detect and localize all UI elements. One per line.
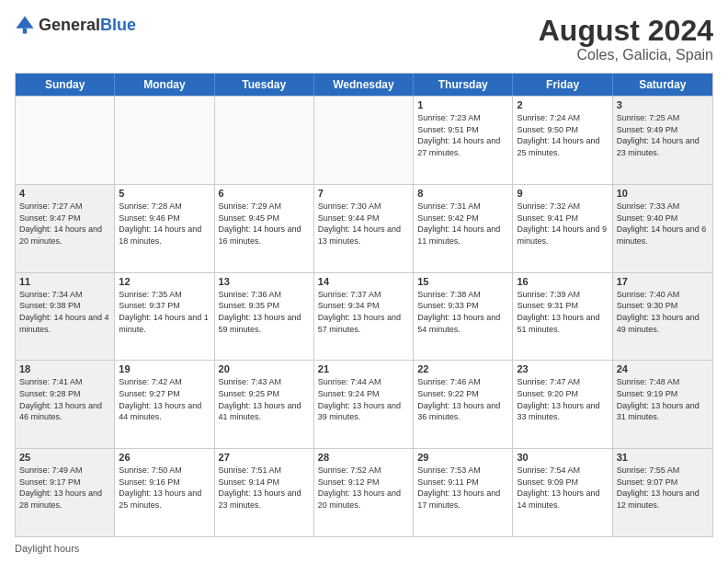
day-details: Sunrise: 7:25 AMSunset: 9:49 PMDaylight:… xyxy=(617,112,709,158)
calendar-cell: 22Sunrise: 7:46 AMSunset: 9:22 PMDayligh… xyxy=(414,361,513,448)
day-details: Sunrise: 7:41 AMSunset: 9:28 PMDaylight:… xyxy=(19,376,110,422)
day-number: 18 xyxy=(19,363,110,374)
day-details: Sunrise: 7:55 AMSunset: 9:07 PMDaylight:… xyxy=(617,465,709,511)
page: GeneralBlue August 2024 Coles, Galicia, … xyxy=(0,0,728,563)
day-number: 26 xyxy=(119,452,210,463)
day-number: 31 xyxy=(617,452,709,463)
calendar-week-4: 18Sunrise: 7:41 AMSunset: 9:28 PMDayligh… xyxy=(16,360,712,448)
calendar-week-5: 25Sunrise: 7:49 AMSunset: 9:17 PMDayligh… xyxy=(16,448,712,536)
day-number: 25 xyxy=(19,452,110,463)
day-details: Sunrise: 7:51 AMSunset: 9:14 PMDaylight:… xyxy=(219,465,310,511)
day-number: 6 xyxy=(219,188,310,199)
calendar-cell: 6Sunrise: 7:29 AMSunset: 9:45 PMDaylight… xyxy=(215,185,314,272)
calendar-cell: 11Sunrise: 7:34 AMSunset: 9:38 PMDayligh… xyxy=(16,273,115,361)
footer-text: Daylight hours xyxy=(15,543,79,554)
day-number: 13 xyxy=(219,276,310,287)
calendar-cell: 29Sunrise: 7:53 AMSunset: 9:11 PMDayligh… xyxy=(414,449,513,536)
day-number: 27 xyxy=(219,452,310,463)
day-header-thursday: Thursday xyxy=(414,74,513,96)
calendar-cell: 4Sunrise: 7:27 AMSunset: 9:47 PMDaylight… xyxy=(16,185,115,272)
calendar-cell: 2Sunrise: 7:24 AMSunset: 9:50 PMDaylight… xyxy=(513,97,612,184)
day-details: Sunrise: 7:46 AMSunset: 9:22 PMDaylight:… xyxy=(417,376,508,422)
day-number: 16 xyxy=(517,276,608,287)
main-title: August 2024 xyxy=(539,15,713,47)
day-details: Sunrise: 7:52 AMSunset: 9:12 PMDaylight:… xyxy=(318,465,409,511)
calendar-cell: 27Sunrise: 7:51 AMSunset: 9:14 PMDayligh… xyxy=(215,449,314,536)
calendar-cell: 10Sunrise: 7:33 AMSunset: 9:40 PMDayligh… xyxy=(613,185,712,272)
calendar-cell: 19Sunrise: 7:42 AMSunset: 9:27 PMDayligh… xyxy=(115,361,214,448)
day-details: Sunrise: 7:40 AMSunset: 9:30 PMDaylight:… xyxy=(617,289,709,335)
calendar-cell: 16Sunrise: 7:39 AMSunset: 9:31 PMDayligh… xyxy=(513,273,612,361)
calendar-cell: 12Sunrise: 7:35 AMSunset: 9:37 PMDayligh… xyxy=(115,273,214,361)
day-details: Sunrise: 7:54 AMSunset: 9:09 PMDaylight:… xyxy=(517,465,608,511)
day-number: 20 xyxy=(219,363,310,374)
calendar-cell: 26Sunrise: 7:50 AMSunset: 9:16 PMDayligh… xyxy=(115,449,214,536)
calendar-week-3: 11Sunrise: 7:34 AMSunset: 9:38 PMDayligh… xyxy=(16,272,712,361)
calendar-cell xyxy=(115,97,214,184)
day-details: Sunrise: 7:27 AMSunset: 9:47 PMDaylight:… xyxy=(19,201,110,247)
calendar-cell: 15Sunrise: 7:38 AMSunset: 9:33 PMDayligh… xyxy=(414,273,513,361)
calendar-cell: 3Sunrise: 7:25 AMSunset: 9:49 PMDaylight… xyxy=(613,97,712,184)
footer: Daylight hours xyxy=(15,543,713,554)
calendar-cell: 14Sunrise: 7:37 AMSunset: 9:34 PMDayligh… xyxy=(314,273,414,361)
day-number: 2 xyxy=(517,99,608,110)
day-details: Sunrise: 7:32 AMSunset: 9:41 PMDaylight:… xyxy=(517,201,608,247)
day-number: 21 xyxy=(318,363,409,374)
day-header-tuesday: Tuesday xyxy=(215,74,314,96)
day-details: Sunrise: 7:43 AMSunset: 9:25 PMDaylight:… xyxy=(219,376,310,422)
calendar-cell: 23Sunrise: 7:47 AMSunset: 9:20 PMDayligh… xyxy=(513,361,612,448)
day-number: 9 xyxy=(517,188,608,199)
calendar-cell: 5Sunrise: 7:28 AMSunset: 9:46 PMDaylight… xyxy=(115,185,214,272)
calendar-week-1: 1Sunrise: 7:23 AMSunset: 9:51 PMDaylight… xyxy=(16,96,712,184)
day-details: Sunrise: 7:30 AMSunset: 9:44 PMDaylight:… xyxy=(318,201,409,247)
day-details: Sunrise: 7:50 AMSunset: 9:16 PMDaylight:… xyxy=(119,465,210,511)
day-number: 12 xyxy=(119,276,210,287)
day-details: Sunrise: 7:28 AMSunset: 9:46 PMDaylight:… xyxy=(119,201,210,247)
day-number: 29 xyxy=(417,452,508,463)
calendar-cell xyxy=(314,97,414,184)
calendar-cell: 25Sunrise: 7:49 AMSunset: 9:17 PMDayligh… xyxy=(16,449,115,536)
calendar-body: 1Sunrise: 7:23 AMSunset: 9:51 PMDaylight… xyxy=(16,96,712,536)
day-details: Sunrise: 7:23 AMSunset: 9:51 PMDaylight:… xyxy=(417,112,508,158)
day-details: Sunrise: 7:42 AMSunset: 9:27 PMDaylight:… xyxy=(119,376,210,422)
day-details: Sunrise: 7:37 AMSunset: 9:34 PMDaylight:… xyxy=(318,289,409,335)
day-number: 22 xyxy=(417,363,508,374)
day-header-monday: Monday xyxy=(115,74,214,96)
calendar-header: SundayMondayTuesdayWednesdayThursdayFrid… xyxy=(16,74,712,96)
day-details: Sunrise: 7:33 AMSunset: 9:40 PMDaylight:… xyxy=(617,201,709,247)
day-details: Sunrise: 7:49 AMSunset: 9:17 PMDaylight:… xyxy=(19,465,110,511)
svg-rect-1 xyxy=(23,29,27,34)
day-details: Sunrise: 7:44 AMSunset: 9:24 PMDaylight:… xyxy=(318,376,409,422)
day-details: Sunrise: 7:48 AMSunset: 9:19 PMDaylight:… xyxy=(617,376,709,422)
day-number: 14 xyxy=(318,276,409,287)
day-details: Sunrise: 7:47 AMSunset: 9:20 PMDaylight:… xyxy=(517,376,608,422)
sub-title: Coles, Galicia, Spain xyxy=(539,47,713,63)
calendar-cell: 18Sunrise: 7:41 AMSunset: 9:28 PMDayligh… xyxy=(16,361,115,448)
day-number: 19 xyxy=(119,363,210,374)
day-number: 5 xyxy=(119,188,210,199)
day-number: 17 xyxy=(617,276,709,287)
day-details: Sunrise: 7:34 AMSunset: 9:38 PMDaylight:… xyxy=(19,289,110,335)
day-header-friday: Friday xyxy=(513,74,612,96)
day-details: Sunrise: 7:29 AMSunset: 9:45 PMDaylight:… xyxy=(219,201,310,247)
calendar-week-2: 4Sunrise: 7:27 AMSunset: 9:47 PMDaylight… xyxy=(16,184,712,272)
header: GeneralBlue August 2024 Coles, Galicia, … xyxy=(15,15,713,63)
calendar: SundayMondayTuesdayWednesdayThursdayFrid… xyxy=(15,73,713,537)
day-number: 3 xyxy=(617,99,709,110)
day-details: Sunrise: 7:24 AMSunset: 9:50 PMDaylight:… xyxy=(517,112,608,158)
calendar-cell: 20Sunrise: 7:43 AMSunset: 9:25 PMDayligh… xyxy=(215,361,314,448)
day-number: 15 xyxy=(417,276,508,287)
day-details: Sunrise: 7:35 AMSunset: 9:37 PMDaylight:… xyxy=(119,289,210,335)
logo: GeneralBlue xyxy=(15,15,136,35)
day-number: 23 xyxy=(517,363,608,374)
day-details: Sunrise: 7:38 AMSunset: 9:33 PMDaylight:… xyxy=(417,289,508,335)
calendar-cell xyxy=(16,97,115,184)
logo-blue: Blue xyxy=(100,16,136,34)
day-header-sunday: Sunday xyxy=(16,74,115,96)
calendar-cell: 8Sunrise: 7:31 AMSunset: 9:42 PMDaylight… xyxy=(414,185,513,272)
day-number: 30 xyxy=(517,452,608,463)
day-header-saturday: Saturday xyxy=(613,74,712,96)
day-details: Sunrise: 7:53 AMSunset: 9:11 PMDaylight:… xyxy=(417,465,508,511)
calendar-cell: 1Sunrise: 7:23 AMSunset: 9:51 PMDaylight… xyxy=(414,97,513,184)
calendar-cell: 17Sunrise: 7:40 AMSunset: 9:30 PMDayligh… xyxy=(613,273,712,361)
